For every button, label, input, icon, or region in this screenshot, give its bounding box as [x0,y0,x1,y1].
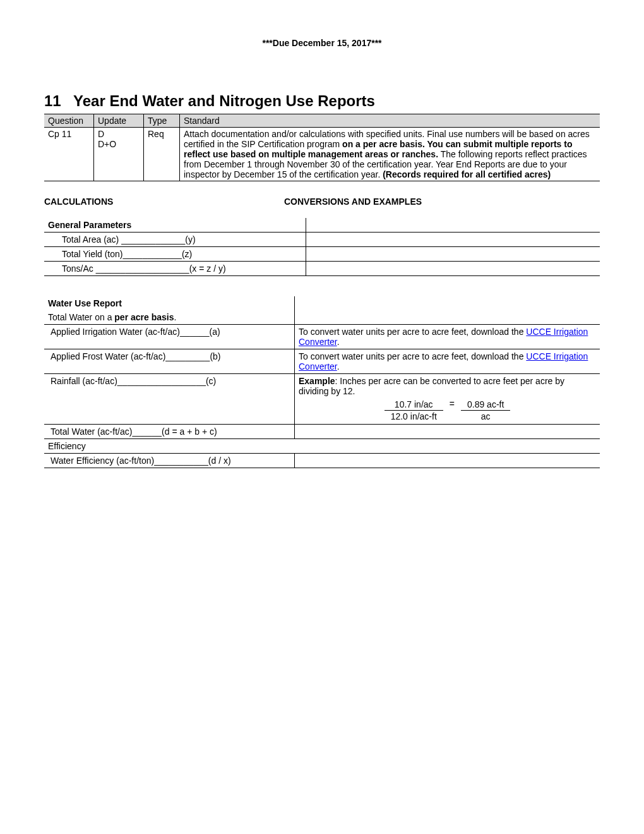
hdr-type: Req [144,128,180,181]
applied-irrigation-row: Applied Irrigation Water (ac-ft/ac)_____… [44,325,295,349]
applied-frost-conversion: To convert water units per acre to acre … [295,349,600,374]
section-heading: 11 Year End Water and Nitrogen Use Repor… [44,92,600,110]
col-header-conversions: CONVERSIONS AND EXAMPLES [284,196,600,207]
rainfall-example: Example: Inches per acre can be converte… [295,374,600,425]
hdr-col-type: Type [144,114,180,128]
total-area-row: Total Area (ac) _____________(y) [44,233,306,247]
general-parameters-table: General Parameters Total Area (ac) _____… [44,218,600,276]
col-header-calculations: CALCULATIONS [44,196,284,207]
hdr-col-standard: Standard [180,114,600,128]
general-params-title: General Parameters [44,218,306,233]
tons-per-ac-row: Tons/Ac ___________________(x = z / y) [44,262,306,276]
applied-frost-row: Applied Frost Water (ac-ft/ac)_________(… [44,349,295,374]
column-headers: CALCULATIONS CONVERSIONS AND EXAMPLES [44,196,600,207]
water-use-title: Water Use Report [44,296,295,310]
hdr-standard: Attach documentation and/or calculations… [180,128,600,181]
header-table: Question Update Type Standard Cp 11 DD+O… [44,114,600,181]
hdr-question: Cp 11 [44,128,94,181]
hdr-update: DD+O [94,128,144,181]
total-water-row: Total Water (ac-ft/ac)______(d = a + b +… [44,425,295,439]
applied-irrigation-conversion: To convert water units per acre to acre … [295,325,600,349]
due-banner: ***Due December 15, 2017*** [44,38,600,48]
section-title: Year End Water and Nitrogen Use Reports [73,92,375,110]
total-yield-row: Total Yield (ton)____________(z) [44,247,306,262]
efficiency-label: Efficiency [44,439,295,454]
fraction-example: 10.7 in/ac = 0.89 ac-ft 12.0 in/ac-ft ac [385,399,511,422]
water-use-table: Water Use Report Total Water on a per ac… [44,296,600,468]
rainfall-row: Rainfall (ac-ft/ac)__________________(c) [44,374,295,425]
water-basis-row: Total Water on a per acre basis. [44,310,295,325]
water-efficiency-row: Water Efficiency (ac-ft/ton)___________(… [44,454,295,468]
section-number: 11 [44,92,73,110]
hdr-col-update: Update [94,114,144,128]
hdr-col-question: Question [44,114,94,128]
